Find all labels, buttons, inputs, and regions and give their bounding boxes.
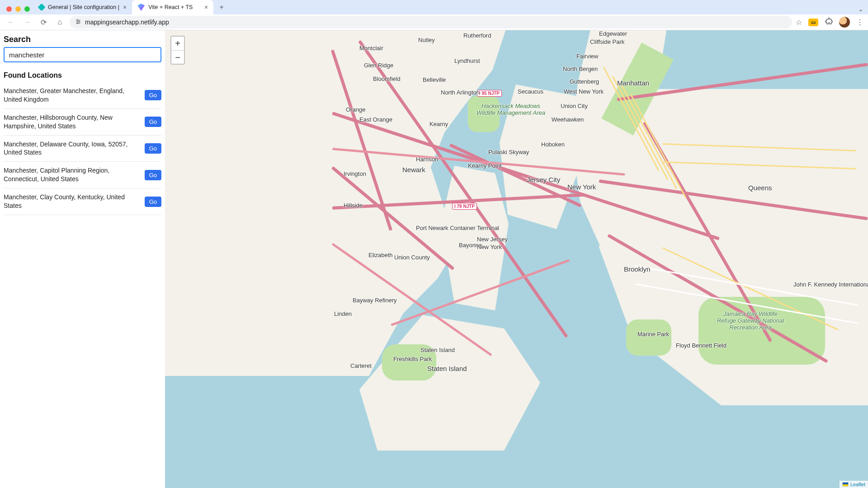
go-button[interactable]: Go	[145, 90, 161, 100]
result-text: Manchester, Delaware County, Iowa, 52057…	[4, 140, 139, 157]
favicon-icon	[137, 4, 145, 11]
window-controls	[4, 6, 33, 14]
close-window-icon[interactable]	[6, 6, 12, 12]
browser-tab[interactable]: General | Site configuration | ×	[33, 0, 132, 14]
maximize-window-icon[interactable]	[24, 6, 30, 12]
map-viewport[interactable]: I 95 NJTP I 78 NJTP RutherfordCliffside …	[165, 30, 868, 488]
zoom-out-button[interactable]: −	[171, 50, 184, 64]
result-item: Manchester, Hillsborough County, New Ham…	[4, 109, 161, 136]
minimize-window-icon[interactable]	[15, 6, 21, 12]
zoom-in-button[interactable]: +	[171, 37, 184, 50]
result-item: Manchester, Clay County, Kentucky, Unite…	[4, 188, 161, 215]
browser-chrome: General | Site configuration | × Vite + …	[0, 0, 868, 30]
app-root: Search Found Locations Manchester, Great…	[0, 30, 868, 488]
result-text: Manchester, Greater Manchester, England,…	[4, 87, 139, 104]
search-heading: Search	[4, 35, 161, 44]
new-tab-button[interactable]: +	[215, 1, 228, 14]
tab-title: Vite + React + TS	[148, 4, 201, 10]
result-text: Manchester, Hillsborough County, New Ham…	[4, 113, 139, 131]
tab-strip: General | Site configuration | × Vite + …	[0, 0, 868, 14]
go-button[interactable]: Go	[145, 170, 161, 180]
close-tab-icon[interactable]: ×	[204, 4, 208, 11]
svg-point-3	[77, 19, 78, 20]
favicon-icon	[38, 4, 46, 11]
menu-icon[interactable]: ⋮	[856, 18, 863, 27]
profile-avatar[interactable]	[839, 17, 850, 28]
svg-point-4	[79, 21, 80, 22]
search-input[interactable]	[4, 47, 161, 62]
credit-badge[interactable]: ▭	[808, 19, 818, 26]
browser-tab[interactable]: Vite + React + TS ×	[132, 0, 213, 14]
svg-point-5	[77, 23, 78, 23]
map-attribution: Leaflet	[840, 481, 868, 488]
back-button[interactable]: ←	[5, 16, 17, 28]
forward-button[interactable]: →	[21, 16, 33, 28]
site-settings-icon[interactable]	[75, 19, 81, 26]
result-text: Manchester, Clay County, Kentucky, Unite…	[4, 193, 139, 210]
go-button[interactable]: Go	[145, 197, 161, 207]
extensions-icon[interactable]	[825, 17, 833, 27]
result-item: Manchester, Greater Manchester, England,…	[4, 82, 161, 109]
result-item: Manchester, Capitol Planning Region, Con…	[4, 162, 161, 188]
bookmark-icon[interactable]: ☆	[796, 18, 802, 27]
reload-button[interactable]: ⟳	[37, 16, 50, 28]
tabs-overflow-icon[interactable]: ⌄	[858, 5, 863, 13]
flag-icon	[842, 482, 849, 487]
results-list: Manchester, Greater Manchester, England,…	[4, 82, 161, 215]
home-button[interactable]: ⌂	[53, 16, 66, 28]
map-canvas[interactable]: I 95 NJTP I 78 NJTP RutherfordCliffside …	[165, 30, 868, 488]
route-shield: I 78 NJTP	[452, 203, 477, 210]
close-tab-icon[interactable]: ×	[123, 4, 127, 11]
go-button[interactable]: Go	[145, 117, 161, 127]
go-button[interactable]: Go	[145, 143, 161, 154]
results-heading: Found Locations	[4, 71, 161, 80]
browser-toolbar: ← → ⟳ ⌂ mappingsearchapp.netlify.app ☆ ▭…	[0, 14, 868, 30]
tab-title: General | Site configuration |	[48, 4, 119, 10]
url-text: mappingsearchapp.netlify.app	[85, 19, 169, 26]
result-text: Manchester, Capitol Planning Region, Con…	[4, 166, 139, 183]
result-item: Manchester, Delaware County, Iowa, 52057…	[4, 136, 161, 162]
sidebar: Search Found Locations Manchester, Great…	[0, 30, 165, 488]
leaflet-link[interactable]: Leaflet	[850, 482, 865, 487]
zoom-control: + −	[170, 36, 185, 65]
address-bar[interactable]: mappingsearchapp.netlify.app	[70, 16, 792, 28]
route-shield: I 95 NJTP	[477, 90, 502, 97]
